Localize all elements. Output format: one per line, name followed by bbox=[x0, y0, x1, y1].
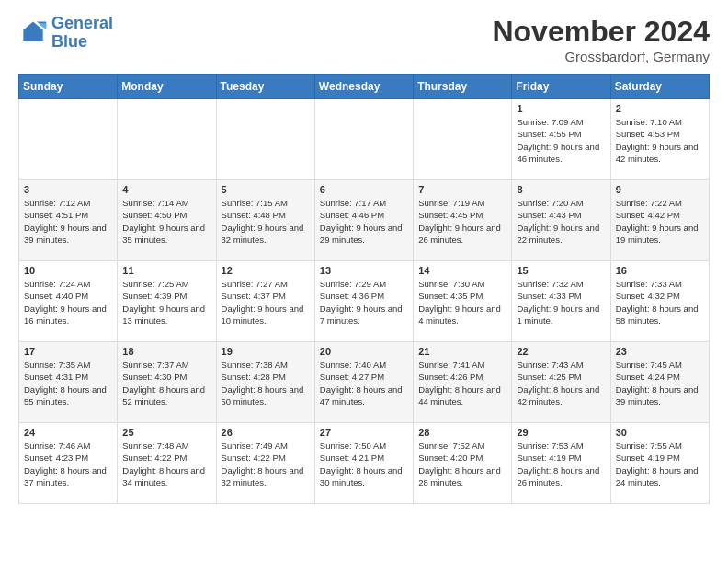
day-number: 25 bbox=[122, 427, 210, 438]
header-saturday: Saturday bbox=[610, 75, 709, 99]
calendar-cell: 13Sunrise: 7:29 AM Sunset: 4:36 PM Dayli… bbox=[314, 261, 413, 342]
day-number: 7 bbox=[418, 184, 506, 195]
day-info: Sunrise: 7:49 AM Sunset: 4:22 PM Dayligh… bbox=[222, 440, 310, 488]
day-info: Sunrise: 7:35 AM Sunset: 4:31 PM Dayligh… bbox=[24, 359, 112, 408]
day-info: Sunrise: 7:55 AM Sunset: 4:19 PM Dayligh… bbox=[616, 440, 704, 488]
logo-line2: Blue bbox=[51, 32, 87, 51]
day-number: 19 bbox=[222, 346, 310, 357]
calendar-cell: 26Sunrise: 7:49 AM Sunset: 4:22 PM Dayli… bbox=[216, 423, 314, 504]
day-number: 29 bbox=[517, 427, 605, 438]
day-info: Sunrise: 7:45 AM Sunset: 4:24 PM Dayligh… bbox=[616, 359, 704, 408]
calendar-cell: 20Sunrise: 7:40 AM Sunset: 4:27 PM Dayli… bbox=[314, 342, 413, 423]
header-row: Sunday Monday Tuesday Wednesday Thursday… bbox=[19, 75, 710, 99]
day-info: Sunrise: 7:40 AM Sunset: 4:27 PM Dayligh… bbox=[320, 359, 408, 408]
calendar-cell: 30Sunrise: 7:55 AM Sunset: 4:19 PM Dayli… bbox=[610, 423, 709, 504]
day-info: Sunrise: 7:09 AM Sunset: 4:55 PM Dayligh… bbox=[517, 116, 605, 165]
day-number: 23 bbox=[616, 346, 704, 357]
day-number: 22 bbox=[517, 346, 605, 357]
day-number: 20 bbox=[320, 346, 408, 357]
day-number: 6 bbox=[320, 184, 408, 195]
logo-text: General Blue bbox=[51, 15, 113, 52]
header-tuesday: Tuesday bbox=[216, 75, 314, 99]
day-number: 10 bbox=[24, 265, 112, 276]
calendar-cell: 15Sunrise: 7:32 AM Sunset: 4:33 PM Dayli… bbox=[512, 261, 610, 342]
calendar-cell: 14Sunrise: 7:30 AM Sunset: 4:35 PM Dayli… bbox=[414, 261, 512, 342]
calendar-cell: 6Sunrise: 7:17 AM Sunset: 4:46 PM Daylig… bbox=[314, 180, 413, 261]
calendar-cell: 23Sunrise: 7:45 AM Sunset: 4:24 PM Dayli… bbox=[610, 342, 709, 423]
day-number: 15 bbox=[517, 265, 605, 276]
calendar-week-2: 3Sunrise: 7:12 AM Sunset: 4:51 PM Daylig… bbox=[19, 180, 710, 261]
calendar-week-4: 17Sunrise: 7:35 AM Sunset: 4:31 PM Dayli… bbox=[19, 342, 710, 423]
calendar-cell bbox=[19, 99, 118, 180]
calendar-cell: 8Sunrise: 7:20 AM Sunset: 4:43 PM Daylig… bbox=[512, 180, 610, 261]
day-number: 3 bbox=[24, 184, 112, 195]
day-number: 21 bbox=[418, 346, 506, 357]
calendar-week-5: 24Sunrise: 7:46 AM Sunset: 4:23 PM Dayli… bbox=[19, 423, 710, 504]
day-info: Sunrise: 7:24 AM Sunset: 4:40 PM Dayligh… bbox=[24, 278, 112, 327]
title-block: November 2024 Grossbardorf, Germany bbox=[492, 15, 710, 64]
calendar-cell: 7Sunrise: 7:19 AM Sunset: 4:45 PM Daylig… bbox=[414, 180, 512, 261]
calendar-cell: 22Sunrise: 7:43 AM Sunset: 4:25 PM Dayli… bbox=[512, 342, 610, 423]
calendar-title: November 2024 bbox=[492, 15, 710, 49]
day-info: Sunrise: 7:22 AM Sunset: 4:42 PM Dayligh… bbox=[616, 197, 704, 246]
calendar-table: Sunday Monday Tuesday Wednesday Thursday… bbox=[18, 74, 710, 504]
calendar-cell: 28Sunrise: 7:52 AM Sunset: 4:20 PM Dayli… bbox=[414, 423, 512, 504]
day-info: Sunrise: 7:37 AM Sunset: 4:30 PM Dayligh… bbox=[122, 359, 210, 408]
calendar-cell: 27Sunrise: 7:50 AM Sunset: 4:21 PM Dayli… bbox=[314, 423, 413, 504]
calendar-cell: 12Sunrise: 7:27 AM Sunset: 4:37 PM Dayli… bbox=[216, 261, 314, 342]
calendar-cell bbox=[314, 99, 413, 180]
day-info: Sunrise: 7:48 AM Sunset: 4:22 PM Dayligh… bbox=[122, 440, 210, 488]
day-info: Sunrise: 7:12 AM Sunset: 4:51 PM Dayligh… bbox=[24, 197, 112, 246]
calendar-cell: 2Sunrise: 7:10 AM Sunset: 4:53 PM Daylig… bbox=[610, 99, 709, 180]
day-info: Sunrise: 7:50 AM Sunset: 4:21 PM Dayligh… bbox=[320, 440, 408, 488]
day-info: Sunrise: 7:52 AM Sunset: 4:20 PM Dayligh… bbox=[418, 440, 506, 488]
day-info: Sunrise: 7:17 AM Sunset: 4:46 PM Dayligh… bbox=[320, 197, 408, 246]
calendar-cell: 9Sunrise: 7:22 AM Sunset: 4:42 PM Daylig… bbox=[610, 180, 709, 261]
header-sunday: Sunday bbox=[19, 75, 118, 99]
day-info: Sunrise: 7:41 AM Sunset: 4:26 PM Dayligh… bbox=[418, 359, 506, 408]
calendar-cell: 21Sunrise: 7:41 AM Sunset: 4:26 PM Dayli… bbox=[414, 342, 512, 423]
calendar-cell: 17Sunrise: 7:35 AM Sunset: 4:31 PM Dayli… bbox=[19, 342, 118, 423]
calendar-cell: 29Sunrise: 7:53 AM Sunset: 4:19 PM Dayli… bbox=[512, 423, 610, 504]
header: General Blue November 2024 Grossbardorf,… bbox=[18, 15, 710, 64]
day-info: Sunrise: 7:15 AM Sunset: 4:48 PM Dayligh… bbox=[222, 197, 310, 246]
day-number: 18 bbox=[122, 346, 210, 357]
calendar-cell bbox=[118, 99, 216, 180]
day-info: Sunrise: 7:38 AM Sunset: 4:28 PM Dayligh… bbox=[222, 359, 310, 408]
day-info: Sunrise: 7:25 AM Sunset: 4:39 PM Dayligh… bbox=[122, 278, 210, 327]
day-number: 17 bbox=[24, 346, 112, 357]
header-thursday: Thursday bbox=[414, 75, 512, 99]
day-info: Sunrise: 7:53 AM Sunset: 4:19 PM Dayligh… bbox=[517, 440, 605, 488]
calendar-cell: 16Sunrise: 7:33 AM Sunset: 4:32 PM Dayli… bbox=[610, 261, 709, 342]
day-number: 2 bbox=[616, 103, 704, 114]
calendar-week-1: 1Sunrise: 7:09 AM Sunset: 4:55 PM Daylig… bbox=[19, 99, 710, 180]
calendar-cell: 5Sunrise: 7:15 AM Sunset: 4:48 PM Daylig… bbox=[216, 180, 314, 261]
day-info: Sunrise: 7:19 AM Sunset: 4:45 PM Dayligh… bbox=[418, 197, 506, 246]
day-number: 8 bbox=[517, 184, 605, 195]
calendar-cell bbox=[216, 99, 314, 180]
header-monday: Monday bbox=[118, 75, 216, 99]
day-number: 14 bbox=[418, 265, 506, 276]
day-number: 11 bbox=[122, 265, 210, 276]
day-number: 13 bbox=[320, 265, 408, 276]
header-friday: Friday bbox=[512, 75, 610, 99]
day-info: Sunrise: 7:46 AM Sunset: 4:23 PM Dayligh… bbox=[24, 440, 112, 488]
calendar-cell: 11Sunrise: 7:25 AM Sunset: 4:39 PM Dayli… bbox=[118, 261, 216, 342]
calendar-cell bbox=[414, 99, 512, 180]
logo-line1: General bbox=[51, 14, 113, 32]
day-info: Sunrise: 7:43 AM Sunset: 4:25 PM Dayligh… bbox=[517, 359, 605, 408]
calendar-cell: 4Sunrise: 7:14 AM Sunset: 4:50 PM Daylig… bbox=[118, 180, 216, 261]
day-info: Sunrise: 7:14 AM Sunset: 4:50 PM Dayligh… bbox=[122, 197, 210, 246]
day-info: Sunrise: 7:29 AM Sunset: 4:36 PM Dayligh… bbox=[320, 278, 408, 327]
day-number: 27 bbox=[320, 427, 408, 438]
calendar-cell: 18Sunrise: 7:37 AM Sunset: 4:30 PM Dayli… bbox=[118, 342, 216, 423]
day-number: 4 bbox=[122, 184, 210, 195]
day-number: 24 bbox=[24, 427, 112, 438]
day-info: Sunrise: 7:33 AM Sunset: 4:32 PM Dayligh… bbox=[616, 278, 704, 327]
calendar-cell: 25Sunrise: 7:48 AM Sunset: 4:22 PM Dayli… bbox=[118, 423, 216, 504]
day-info: Sunrise: 7:20 AM Sunset: 4:43 PM Dayligh… bbox=[517, 197, 605, 246]
day-number: 12 bbox=[222, 265, 310, 276]
calendar-cell: 10Sunrise: 7:24 AM Sunset: 4:40 PM Dayli… bbox=[19, 261, 118, 342]
day-info: Sunrise: 7:27 AM Sunset: 4:37 PM Dayligh… bbox=[222, 278, 310, 327]
day-number: 30 bbox=[616, 427, 704, 438]
